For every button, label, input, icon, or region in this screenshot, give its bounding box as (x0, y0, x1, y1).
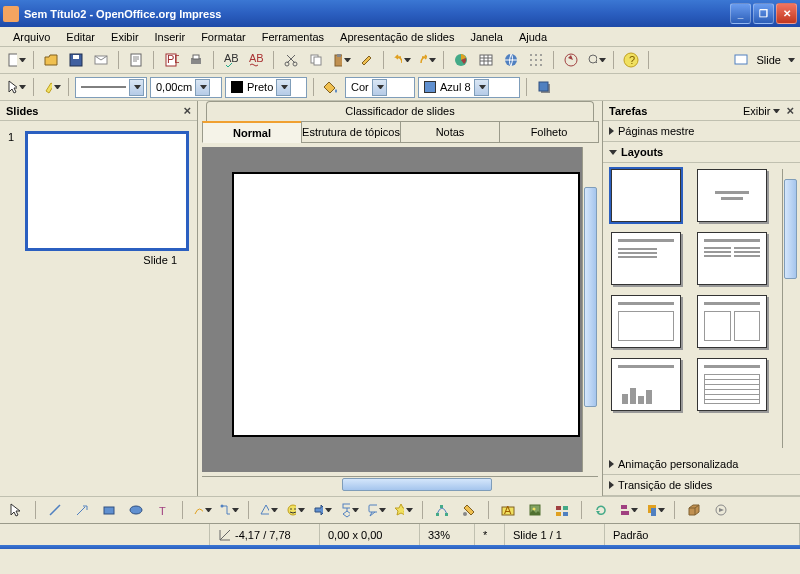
menu-exibir[interactable]: Exibir (103, 29, 147, 45)
points-tool[interactable] (431, 499, 453, 521)
arrow-line-tool[interactable] (71, 499, 93, 521)
layouts-scrollbar[interactable] (782, 169, 798, 448)
text-tool[interactable]: T (152, 499, 174, 521)
menu-editar[interactable]: Editar (58, 29, 103, 45)
navigator-button[interactable] (560, 49, 582, 71)
minimize-button[interactable]: _ (730, 3, 751, 24)
task-section-layouts[interactable]: Layouts (603, 142, 800, 163)
layout-title-chart[interactable] (611, 358, 681, 411)
cut-button[interactable] (280, 49, 302, 71)
line-tool[interactable] (44, 499, 66, 521)
menu-formatar[interactable]: Formatar (193, 29, 254, 45)
svg-point-30 (589, 55, 597, 63)
select-tool[interactable] (5, 499, 27, 521)
layout-title-content[interactable] (611, 232, 681, 285)
slide-view-button[interactable] (730, 49, 752, 71)
extrusion-tool[interactable] (683, 499, 705, 521)
auto-spellcheck-button[interactable]: ABC (245, 49, 267, 71)
new-button[interactable] (5, 49, 27, 71)
fill-color-combo[interactable]: Azul 8 (418, 77, 520, 98)
menu-ajuda[interactable]: Ajuda (511, 29, 555, 45)
layout-title-only[interactable] (611, 295, 681, 348)
flowchart-tool[interactable] (338, 499, 360, 521)
export-pdf-button[interactable]: PDF (160, 49, 182, 71)
slide-view-dropdown[interactable] (788, 58, 795, 62)
shadow-button[interactable] (533, 76, 555, 98)
svg-point-25 (540, 59, 542, 61)
line-style-combo[interactable] (75, 77, 147, 98)
layout-two-content[interactable] (697, 232, 767, 285)
grid-button[interactable] (525, 49, 547, 71)
menu-apresentacao[interactable]: Apresentação de slides (332, 29, 462, 45)
layout-title[interactable] (697, 169, 767, 222)
arrange-tool[interactable] (644, 499, 666, 521)
ellipse-tool[interactable] (125, 499, 147, 521)
edit-file-button[interactable] (125, 49, 147, 71)
zoom-button[interactable] (585, 49, 607, 71)
svg-rect-51 (445, 513, 448, 516)
tasks-view-menu[interactable]: Exibir (743, 105, 771, 117)
tasks-panel-close[interactable]: × (786, 103, 794, 118)
highlight-button[interactable] (40, 76, 62, 98)
task-section-master[interactable]: Páginas mestre (603, 121, 800, 142)
print-button[interactable] (185, 49, 207, 71)
fill-type-combo[interactable]: Cor (345, 77, 415, 98)
email-button[interactable] (90, 49, 112, 71)
task-section-animation[interactable]: Animação personalizada (603, 454, 800, 475)
task-section-transition[interactable]: Transição de slides (603, 475, 800, 496)
menu-ferramentas[interactable]: Ferramentas (254, 29, 332, 45)
tasks-view-dropdown[interactable] (773, 109, 780, 113)
fill-bucket-button[interactable] (320, 76, 342, 98)
open-button[interactable] (40, 49, 62, 71)
tab-notes[interactable]: Notas (400, 121, 500, 143)
from-file-tool[interactable] (524, 499, 546, 521)
layout-title-two-box[interactable] (697, 295, 767, 348)
save-button[interactable] (65, 49, 87, 71)
drawing-toolbar: T A (0, 496, 800, 523)
fontwork-tool[interactable]: A (497, 499, 519, 521)
glue-points-tool[interactable] (458, 499, 480, 521)
paste-button[interactable] (330, 49, 352, 71)
rotate-tool[interactable] (590, 499, 612, 521)
layout-title-table[interactable] (697, 358, 767, 411)
align-tool[interactable] (617, 499, 639, 521)
interaction-tool[interactable] (710, 499, 732, 521)
redo-button[interactable] (415, 49, 437, 71)
table-button[interactable] (475, 49, 497, 71)
horizontal-scrollbar[interactable] (202, 476, 598, 492)
line-color-combo[interactable]: Preto (225, 77, 307, 98)
format-paintbrush-button[interactable] (355, 49, 377, 71)
gallery-tool[interactable] (551, 499, 573, 521)
slide-thumbnail-1[interactable] (25, 131, 189, 251)
help-button[interactable]: ? (620, 49, 642, 71)
close-button[interactable]: ✕ (776, 3, 797, 24)
menu-janela[interactable]: Janela (462, 29, 510, 45)
hyperlink-button[interactable] (500, 49, 522, 71)
layout-blank[interactable] (611, 169, 681, 222)
symbol-shapes-tool[interactable] (284, 499, 306, 521)
menu-arquivo[interactable]: Arquivo (5, 29, 58, 45)
slides-panel-close[interactable]: × (183, 103, 191, 118)
status-zoom[interactable]: 33% (428, 529, 450, 541)
slide-canvas[interactable] (232, 172, 580, 437)
tab-handout[interactable]: Folheto (499, 121, 599, 143)
tab-outline[interactable]: Estrutura de tópicos (301, 121, 401, 143)
connector-tool[interactable] (218, 499, 240, 521)
vertical-scrollbar[interactable] (582, 147, 598, 472)
spellcheck-button[interactable]: ABC (220, 49, 242, 71)
curve-tool[interactable] (191, 499, 213, 521)
arrow-select-button[interactable] (5, 76, 27, 98)
block-arrows-tool[interactable] (311, 499, 333, 521)
basic-shapes-tool[interactable] (257, 499, 279, 521)
maximize-button[interactable]: ❐ (753, 3, 774, 24)
line-width-combo[interactable]: 0,00cm (150, 77, 222, 98)
menu-inserir[interactable]: Inserir (147, 29, 194, 45)
chart-button[interactable] (450, 49, 472, 71)
tab-normal[interactable]: Normal (202, 121, 302, 143)
slide-sorter-tab[interactable]: Classificador de slides (206, 101, 594, 121)
undo-button[interactable] (390, 49, 412, 71)
rectangle-tool[interactable] (98, 499, 120, 521)
copy-button[interactable] (305, 49, 327, 71)
stars-tool[interactable] (392, 499, 414, 521)
callouts-tool[interactable] (365, 499, 387, 521)
